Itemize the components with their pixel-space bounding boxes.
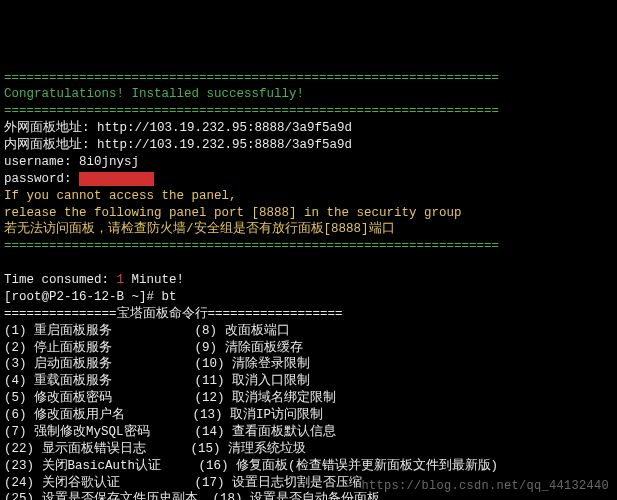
int-panel-url: http://103.19.232.95:8888/3a9f5a9d <box>97 138 352 152</box>
password-line: password: <box>4 172 154 186</box>
username-label: username: <box>4 155 79 169</box>
menu-title-pre: =============== <box>4 307 117 321</box>
time-prefix: Time consumed: <box>4 273 117 287</box>
username-line: username: 8i0jnysj <box>4 155 139 169</box>
warn-line-1: If you cannot access the panel, <box>4 189 237 203</box>
password-label: password: <box>4 172 79 186</box>
warn-line-3: 若无法访问面板，请检查防火墙/安全组是否有放行面板[8888]端口 <box>4 222 395 236</box>
ext-panel-line: 外网面板地址: http://103.19.232.95:8888/3a9f5a… <box>4 121 352 135</box>
password-mask <box>79 172 154 186</box>
prompt-cmd: bt <box>162 290 177 304</box>
prompt-line[interactable]: [root@P2-16-12-B ~]# bt <box>4 290 177 304</box>
prompt-tilde: ~ <box>132 290 140 304</box>
username-value: 8i0jnysj <box>79 155 139 169</box>
time-value: 1 <box>117 273 125 287</box>
int-panel-label: 内网面板地址: <box>4 138 97 152</box>
separator: ========================================… <box>4 71 499 85</box>
ext-panel-label: 外网面板地址: <box>4 121 97 135</box>
separator: ========================================… <box>4 104 499 118</box>
prompt-userhost: [root@P2-16-12-B <box>4 290 132 304</box>
congrats-line: Congratulations! Installed successfully! <box>4 87 304 101</box>
warn-line-2: release the following panel port [8888] … <box>4 206 462 220</box>
int-panel-line: 内网面板地址: http://103.19.232.95:8888/3a9f5a… <box>4 138 352 152</box>
menu-title-post: ================== <box>208 307 343 321</box>
menu-title-text: 宝塔面板命令行 <box>117 307 208 321</box>
menu-list: (1) 重启面板服务 (8) 改面板端口 (2) 停止面板服务 (9) 清除面板… <box>4 323 613 500</box>
prompt-tail: ]# <box>139 290 162 304</box>
time-line: Time consumed: 1 Minute! <box>4 273 184 287</box>
ext-panel-url: http://103.19.232.95:8888/3a9f5a9d <box>97 121 352 135</box>
time-suffix: Minute! <box>124 273 184 287</box>
menu-title-line: ===============宝塔面板命令行================== <box>4 307 343 321</box>
separator: ========================================… <box>4 239 499 253</box>
